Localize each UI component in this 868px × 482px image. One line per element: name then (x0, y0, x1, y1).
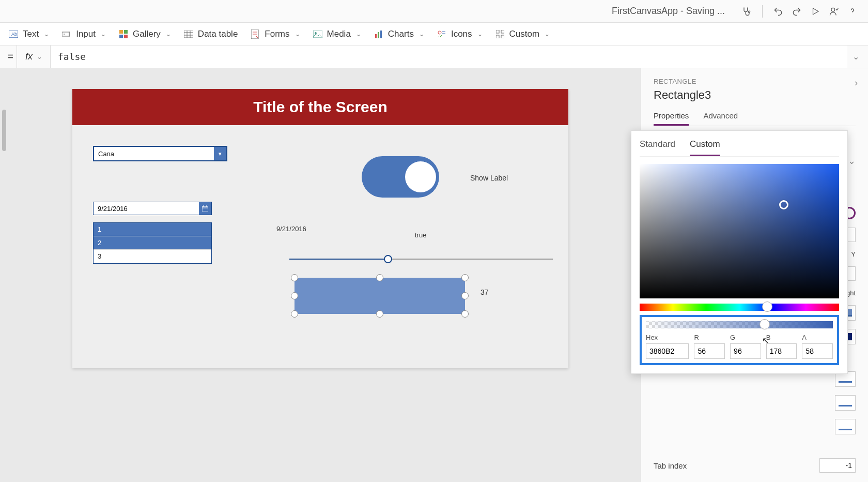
dropdown-value: Cana (94, 150, 214, 158)
properties-panel: RECTANGLE › Rectangle3 Properties Advanc… (641, 68, 868, 482)
formula-expand-icon[interactable]: ⌄ (847, 52, 864, 62)
canvas-viewport[interactable]: Title of the Screen Cana ▾ Show Label 9/… (0, 68, 641, 482)
svg-rect-15 (380, 31, 382, 38)
ribbon-icons[interactable]: Icons⌄ (437, 29, 483, 39)
hex-label: Hex (646, 334, 689, 341)
ribbon-text[interactable]: Ab Text⌄ (8, 29, 49, 39)
svg-rect-13 (375, 34, 377, 38)
calendar-icon (199, 202, 211, 215)
resize-handle[interactable] (461, 292, 469, 299)
gallery-icon (118, 29, 129, 39)
toggle-control[interactable] (362, 156, 439, 198)
rectangle-selected[interactable] (295, 278, 465, 314)
svg-rect-17 (496, 30, 499, 33)
hex-input[interactable] (646, 343, 689, 359)
chevron-down-icon[interactable]: ⌄ (848, 155, 856, 167)
ribbon-custom[interactable]: Custom⌄ (495, 29, 550, 39)
tab-standard[interactable]: Standard (640, 139, 675, 156)
dropdown-control[interactable]: Cana ▾ (93, 146, 227, 161)
date-text-label: 9/21/2016 (276, 225, 306, 233)
ribbon-input-label: Input (76, 29, 96, 39)
svg-point-16 (438, 31, 441, 34)
ribbon-datatable[interactable]: Data table (183, 29, 238, 39)
alpha-slider[interactable]: ↖ (646, 321, 833, 328)
hue-slider[interactable] (640, 304, 839, 311)
table-icon (183, 29, 194, 39)
hue-thumb[interactable] (762, 302, 772, 312)
tab-index-row: Tab index (654, 458, 856, 473)
ribbon-text-label: Text (23, 29, 39, 39)
tab-advanced[interactable]: Advanced (703, 111, 738, 126)
title-bar: FirstCanvasApp - Saving ... (0, 0, 868, 23)
b-input[interactable] (766, 343, 797, 359)
media-icon (313, 29, 323, 39)
text-icon: Ab (8, 29, 19, 39)
slider-control[interactable] (289, 259, 553, 260)
tab-custom[interactable]: Custom (690, 139, 720, 156)
b-label: B (766, 334, 797, 341)
listbox-control[interactable]: 1 2 3 (93, 222, 212, 264)
ribbon-toolbar: Ab Text⌄ Input⌄ Gallery⌄ Data table Form… (0, 23, 868, 46)
svg-rect-7 (119, 35, 123, 38)
resize-handle[interactable] (291, 292, 298, 299)
icons-icon (437, 29, 447, 39)
list-item[interactable]: 3 (94, 250, 211, 263)
scrollbar-thumb[interactable] (2, 110, 6, 151)
alpha-thumb[interactable] (760, 319, 770, 329)
formula-bar: = fx ⌄ ⌄ (0, 46, 868, 68)
picker-tabs: Standard Custom (640, 139, 839, 157)
slider-thumb[interactable] (384, 255, 392, 263)
pressed-swatch[interactable] (835, 419, 856, 434)
fx-dropdown[interactable]: fx ⌄ (17, 46, 51, 68)
formula-input[interactable] (51, 46, 847, 68)
ribbon-forms[interactable]: Forms⌄ (250, 29, 300, 39)
expand-icon[interactable]: › (855, 78, 858, 88)
a-field: A (802, 334, 833, 359)
chevron-down-icon: ⌄ (37, 53, 42, 61)
resize-handle[interactable] (376, 310, 383, 318)
toggle-knob (405, 161, 436, 192)
redo-icon[interactable] (789, 4, 804, 19)
ribbon-gallery[interactable]: Gallery⌄ (118, 29, 171, 39)
alpha-section-highlight: ↖ Hex R G B (640, 315, 839, 365)
screen-title: Title of the Screen (72, 89, 568, 125)
svg-rect-9 (184, 31, 193, 38)
ribbon-media[interactable]: Media⌄ (313, 29, 361, 39)
user-icon[interactable] (827, 4, 841, 19)
resize-handle[interactable] (376, 274, 383, 281)
help-icon[interactable] (845, 4, 860, 19)
sv-cursor[interactable] (779, 200, 788, 209)
custom-icon (495, 29, 505, 39)
resize-handle[interactable] (461, 274, 469, 281)
tab-index-input[interactable] (819, 458, 856, 473)
undo-icon[interactable] (771, 4, 785, 19)
ribbon-input[interactable]: Input⌄ (61, 29, 106, 39)
ribbon-custom-label: Custom (509, 29, 540, 39)
resize-handle[interactable] (291, 274, 298, 281)
g-input[interactable] (730, 343, 761, 359)
list-item[interactable]: 2 (94, 236, 211, 250)
chevron-down-icon: ⌄ (545, 31, 550, 38)
svg-rect-20 (501, 35, 504, 38)
svg-text:Ab: Ab (11, 32, 17, 37)
ribbon-charts[interactable]: Charts⌄ (374, 29, 424, 39)
number-label: 37 (481, 288, 489, 296)
list-item[interactable]: 1 (94, 223, 211, 236)
diagnostics-icon[interactable] (739, 4, 754, 19)
canvas-screen[interactable]: Title of the Screen Cana ▾ Show Label 9/… (72, 89, 568, 368)
datepicker-control[interactable]: 9/21/2016 (93, 202, 212, 215)
hover-swatch[interactable] (835, 395, 856, 411)
tab-properties[interactable]: Properties (654, 111, 689, 126)
g-field: G (730, 334, 761, 359)
resize-handle[interactable] (291, 310, 298, 318)
r-input[interactable] (694, 343, 725, 359)
y-label: Y (851, 250, 856, 258)
saturation-value-field[interactable] (640, 164, 839, 298)
chevron-down-icon: ▾ (214, 147, 226, 160)
svg-rect-21 (202, 206, 208, 212)
a-input[interactable] (802, 343, 833, 359)
r-label: R (694, 334, 725, 341)
resize-handle[interactable] (461, 310, 469, 318)
play-icon[interactable] (808, 4, 823, 19)
g-label: G (730, 334, 761, 341)
